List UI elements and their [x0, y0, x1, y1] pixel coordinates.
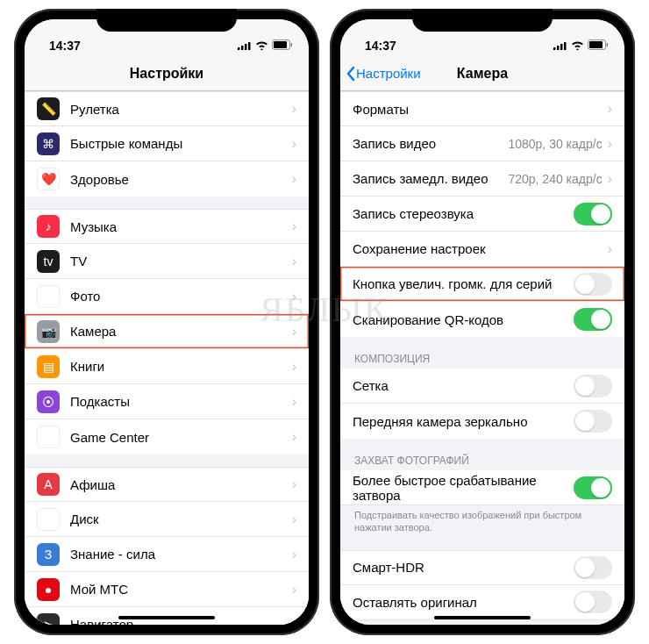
row-label: Оставлять оригинал — [353, 595, 574, 610]
settings-row-быстрые-команды[interactable]: ⌘Быстрые команды› — [25, 126, 309, 161]
settings-row[interactable]: Более быстрое срабатывание затвора — [340, 470, 624, 505]
group-header: КОМПОЗИЦИЯ — [340, 349, 624, 369]
row-label: Смарт-HDR — [353, 560, 574, 575]
chevron-right-icon: › — [608, 241, 612, 257]
chevron-right-icon: › — [292, 254, 296, 269]
chevron-left-icon — [346, 66, 356, 82]
chevron-right-icon: › — [292, 101, 296, 117]
settings-row-музыка[interactable]: ♪Музыка› — [25, 209, 309, 244]
signal-icon — [553, 39, 567, 53]
toggle-knob — [575, 558, 595, 577]
app-icon: 📏 — [37, 97, 60, 120]
toggle-switch[interactable] — [574, 375, 612, 397]
settings-row-книги[interactable]: ▤Книги› — [25, 349, 309, 384]
settings-row[interactable]: Сетка — [340, 369, 624, 404]
settings-row[interactable]: Форматы› — [340, 91, 624, 126]
toggle-switch[interactable] — [574, 476, 612, 499]
group-footer: Смарт-HDR смешивает лучшие фрагменты тре… — [340, 620, 624, 625]
status-icons — [553, 39, 609, 53]
settings-row[interactable]: Запись стереозвука — [340, 197, 624, 232]
app-icon: 📷 — [37, 320, 60, 343]
settings-row-здоровье[interactable]: ❤️Здоровье› — [25, 161, 309, 197]
chevron-right-icon: › — [292, 171, 296, 187]
settings-row[interactable]: Сканирование QR-кодов — [340, 302, 624, 337]
chevron-right-icon: › — [292, 289, 296, 304]
settings-row-афиша[interactable]: AАфиша› — [25, 467, 309, 502]
back-button[interactable]: Настройки — [346, 66, 421, 82]
toggle-switch[interactable] — [574, 590, 612, 613]
row-label: Фото — [70, 289, 292, 304]
svg-rect-10 — [564, 42, 567, 50]
row-label: Книги — [70, 359, 292, 374]
screen: 14:37 Настройки 📏Рулетка›⌘Быстрые команд… — [25, 19, 309, 625]
settings-row[interactable]: Передняя камера зеркально — [340, 404, 624, 439]
svg-rect-2 — [245, 44, 247, 50]
toggle-switch[interactable] — [574, 308, 612, 331]
settings-list[interactable]: 📏Рулетка›⌘Быстрые команды›❤️Здоровье›♪Му… — [25, 91, 309, 625]
screen: 14:37 Настройки Камера Форматы›Запись ви… — [340, 19, 624, 625]
app-icon: ❤️ — [37, 168, 60, 190]
status-icons — [238, 39, 293, 53]
chevron-right-icon: › — [292, 324, 296, 340]
row-label: Сканирование QR-кодов — [353, 312, 574, 327]
app-icon: ❀ — [37, 285, 60, 308]
row-label: Знание - сила — [70, 547, 292, 562]
chevron-right-icon: › — [292, 218, 296, 234]
svg-rect-9 — [560, 44, 563, 50]
app-icon: ● — [37, 578, 60, 601]
app-icon: З — [37, 543, 60, 566]
toggle-switch[interactable] — [574, 556, 612, 579]
chevron-right-icon: › — [292, 547, 296, 562]
settings-row[interactable]: Запись замедл. видео720p, 240 кадр/с› — [340, 161, 624, 197]
toggle-knob — [575, 592, 595, 612]
row-label: Мой МТС — [70, 582, 292, 597]
settings-row-фото[interactable]: ❀Фото› — [25, 279, 309, 314]
settings-row-подкасты[interactable]: ⦿Подкасты› — [25, 384, 309, 419]
chevron-right-icon: › — [292, 429, 296, 445]
settings-row[interactable]: Смарт-HDR — [340, 550, 624, 585]
toggle-switch[interactable] — [574, 410, 612, 433]
row-label: Камера — [70, 324, 292, 339]
nav-bar: Настройки — [25, 56, 309, 91]
settings-row[interactable]: Кнопка увелич. громк. для серий — [340, 267, 624, 302]
settings-row[interactable]: Запись видео1080p, 30 кадр/с› — [340, 126, 624, 161]
row-label: Афиша — [70, 477, 292, 492]
home-indicator[interactable] — [434, 616, 531, 619]
row-label: TV — [70, 254, 292, 268]
chevron-right-icon: › — [292, 359, 296, 375]
home-indicator[interactable] — [118, 616, 215, 619]
chevron-right-icon: › — [292, 512, 296, 527]
svg-rect-0 — [238, 47, 240, 50]
row-label: Сетка — [353, 378, 574, 393]
settings-row-диск[interactable]: ○Диск› — [25, 502, 309, 537]
svg-rect-8 — [557, 46, 560, 50]
camera-settings-list[interactable]: Форматы›Запись видео1080p, 30 кадр/с›Зап… — [340, 91, 624, 625]
row-label: Музыка — [70, 219, 292, 234]
row-label: Передняя камера зеркально — [353, 414, 574, 429]
settings-row-знание---сила[interactable]: ЗЗнание - сила› — [25, 537, 309, 572]
toggle-switch[interactable] — [574, 203, 612, 225]
settings-row-game-center[interactable]: ◉Game Center› — [25, 419, 309, 454]
settings-row-камера[interactable]: 📷Камера› — [25, 314, 309, 349]
toggle-switch[interactable] — [574, 273, 612, 296]
chevron-right-icon: › — [292, 617, 296, 626]
wifi-icon — [571, 39, 584, 53]
app-icon: ♪ — [37, 215, 60, 238]
settings-row[interactable]: Сохранение настроек› — [340, 232, 624, 267]
chevron-right-icon: › — [608, 171, 612, 187]
svg-rect-1 — [241, 46, 244, 50]
row-label: Подкасты — [70, 394, 292, 409]
battery-icon — [588, 39, 609, 53]
app-icon: A — [37, 473, 60, 496]
settings-row-tv[interactable]: tvTV› — [25, 244, 309, 279]
row-label: Запись замедл. видео — [353, 171, 508, 186]
group-header: ЗАХВАТ ФОТОГРАФИЙ — [340, 451, 624, 470]
svg-rect-13 — [607, 43, 609, 47]
chevron-right-icon: › — [292, 582, 296, 597]
toggle-knob — [591, 310, 610, 329]
settings-row-мой-мтс[interactable]: ●Мой МТС› — [25, 572, 309, 607]
settings-row-рулетка[interactable]: 📏Рулетка› — [25, 91, 309, 126]
nav-title: Настройки — [130, 66, 203, 82]
chevron-right-icon: › — [608, 101, 612, 117]
settings-row[interactable]: Оставлять оригинал — [340, 585, 624, 620]
